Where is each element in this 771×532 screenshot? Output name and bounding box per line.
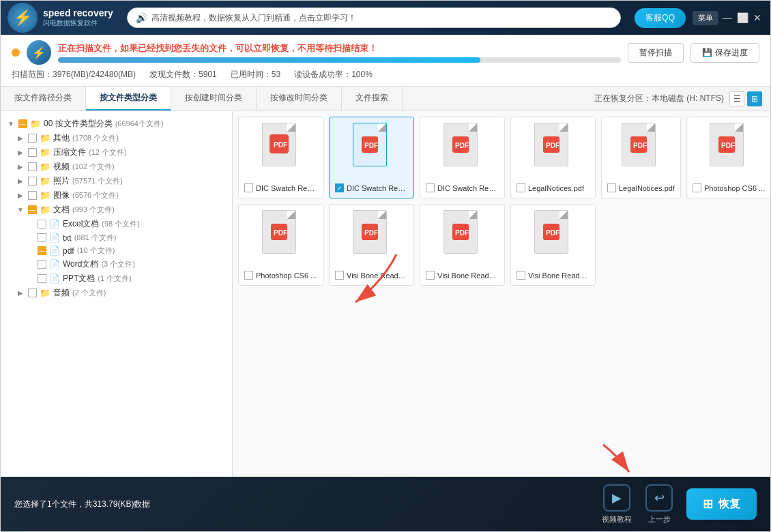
tree-item-photos[interactable]: ▶ 📁 照片 (57571 个文件) <box>3 174 229 188</box>
progress-bar-fill <box>58 57 480 63</box>
file-checkbox-ps6-1[interactable] <box>693 183 701 192</box>
tab-create-time[interactable]: 按创建时间分类 <box>171 87 257 110</box>
file-item-ps6-1[interactable]: PDF Photoshop CS6 ... <box>686 117 770 198</box>
file-name-ps6-2: Photoshop CS6 ... <box>256 271 317 280</box>
logo-text: speed recovery 闪电数据恢复软件 <box>43 8 113 29</box>
file-name-ps6-1: Photoshop CS6 ... <box>704 184 765 192</box>
tree-item-compress[interactable]: ▶ 📁 压缩文件 (12 个文件) <box>3 145 229 160</box>
video-tutorial-button[interactable]: ▶ 视频教程 <box>602 484 632 524</box>
file-item-dic2[interactable]: PDF ✓ DIC Swatch Read... <box>329 117 414 198</box>
recover-button[interactable]: ⊞ 恢复 <box>686 488 757 520</box>
pdf-icon: PDF <box>710 123 748 169</box>
svg-text:PDF: PDF <box>546 142 559 149</box>
scanning-text: 正在扫描文件，如果已经找到您丢失的文件，可以立即恢复，不用等待扫描结束！ <box>58 42 621 55</box>
file-name-dic3: DIC Swatch Read... <box>437 184 499 192</box>
tree-item-txt[interactable]: ▶ 📄 txt (881 个文件) <box>3 231 229 244</box>
grid-view-btn[interactable]: ⊞ <box>747 91 762 106</box>
tree-checkbox-docs[interactable]: — <box>28 205 37 214</box>
sidebar-tree: ▼ — 📁 00 按文件类型分类 (66964个文件) ▶ 📁 其他 (1708… <box>1 111 233 477</box>
folder-icon: 📁 <box>40 147 50 158</box>
scan-range: 扫描范围：3976(MB)/242480(MB) <box>12 69 136 80</box>
tree-checkbox-video[interactable] <box>28 162 37 171</box>
tree-checkbox-pdf[interactable]: — <box>38 246 46 255</box>
close-button[interactable]: ✕ <box>751 12 763 24</box>
minimize-button[interactable]: — <box>721 12 733 24</box>
main-window: ⚡ speed recovery 闪电数据恢复软件 🔊 高清视频教程，数据恢复从… <box>0 0 771 532</box>
file-checkbox-visi2[interactable] <box>426 271 435 280</box>
tree-item-video[interactable]: ▶ 📁 视频 (102 个文件) <box>3 160 229 174</box>
recover-icon: ⊞ <box>703 497 713 512</box>
file-checkbox-legal1[interactable] <box>517 183 525 192</box>
maximize-button[interactable]: ⬜ <box>736 12 748 24</box>
folder-icon: 📁 <box>40 205 50 215</box>
tree-checkbox-word[interactable] <box>38 260 46 269</box>
pdf-icon: PDF <box>443 210 482 256</box>
tree-checkbox-root[interactable]: — <box>18 119 27 128</box>
file-checkbox-dic3[interactable] <box>426 183 435 192</box>
save-progress-button[interactable]: 💾 保存进度 <box>690 43 759 63</box>
toggle-icon: ▶ <box>16 289 25 298</box>
tree-item-ppt[interactable]: ▶ 📄 PPT文档 (1 个文件) <box>3 271 229 286</box>
play-icon: ▶ <box>603 484 630 512</box>
file-item-legal2[interactable]: PDF LegalNotices.pdf <box>601 117 681 198</box>
tree-item-docs[interactable]: ▼ — 📁 文档 (993 个文件) <box>3 203 229 217</box>
tree-checkbox-images[interactable] <box>28 191 37 200</box>
bottom-actions: ▶ 视频教程 ↩ 上一步 ⊞ 恢复 <box>602 484 757 524</box>
tree-checkbox-ppt[interactable] <box>38 274 46 283</box>
tree-checkbox-excel[interactable] <box>38 220 46 228</box>
tree-item-images[interactable]: ▶ 📁 图像 (6576 个文件) <box>3 188 229 203</box>
file-item-visi2[interactable]: PDF Visi Bone ReadMe... <box>420 204 505 286</box>
menu-button[interactable]: 菜单 <box>693 11 718 25</box>
pause-button[interactable]: 暂停扫描 <box>628 43 684 63</box>
file-checkbox-visi3[interactable] <box>517 271 525 280</box>
file-checkbox-legal2[interactable] <box>607 183 616 192</box>
progress-top: ⚡ 正在扫描文件，如果已经找到您丢失的文件，可以立即恢复，不用等待扫描结束！ 暂… <box>12 40 759 65</box>
file-checkbox-dic2[interactable]: ✓ <box>335 183 344 192</box>
file-item-legal1[interactable]: PDF LegalNotices.pdf <box>510 117 596 198</box>
tab-bar: 按文件路径分类 按文件类型分类 按创建时间分类 按修改时间分类 文件搜索 正在恢… <box>1 87 770 111</box>
file-grid-area: PDF DIC Swatch Read... PDF <box>233 111 770 477</box>
folder-icon: 📁 <box>40 190 50 201</box>
pdf-body: PDF <box>353 210 387 254</box>
qq-button[interactable]: 客服QQ <box>635 8 686 28</box>
tab-right: 正在恢复分区：本地磁盘 (H: NTFS) ☰ ⊞ <box>586 87 770 110</box>
tab-path[interactable]: 按文件路径分类 <box>1 87 86 110</box>
tree-checkbox-photos[interactable] <box>28 177 37 186</box>
pdf-body: PDF <box>353 123 387 166</box>
tab-search[interactable]: 文件搜索 <box>342 87 403 110</box>
tree-checkbox-other[interactable] <box>28 134 37 143</box>
tree-checkbox-audio[interactable] <box>28 289 37 297</box>
file-name-dic1: DIC Swatch Read... <box>256 184 317 192</box>
file-item-dic3[interactable]: PDF DIC Swatch Read... <box>420 117 505 198</box>
tree-item-other[interactable]: ▶ 📁 其他 (1708 个文件) <box>3 131 229 145</box>
logo-icon: ⚡ <box>8 3 38 33</box>
file-checkbox-dic1[interactable] <box>244 183 253 192</box>
toggle-icon: ▶ <box>16 148 25 158</box>
file-checkbox-visi1[interactable] <box>335 271 344 280</box>
pdf-body: PDF <box>262 210 296 254</box>
file-check-row: ✓ DIC Swatch Read... <box>335 183 408 192</box>
app-name: speed recovery <box>43 8 113 19</box>
tree-item-word[interactable]: ▶ 📄 Word文档 (3 个文件) <box>3 257 229 271</box>
file-item-ps6-2[interactable]: PDF Photoshop CS6 ... <box>238 204 323 286</box>
tab-type[interactable]: 按文件类型分类 <box>86 87 171 110</box>
svg-text:PDF: PDF <box>721 142 735 149</box>
tree-item-pdf[interactable]: ▶ — 📄 pdf (10 个文件) <box>3 244 229 257</box>
read-success: 读设备成功率：100% <box>294 69 373 80</box>
tree-item-excel[interactable]: ▶ 📄 Excel文档 (98 个文件) <box>3 217 229 231</box>
search-bar[interactable]: 🔊 高清视频教程，数据恢复从入门到精通，点击立即学习！ <box>127 8 622 28</box>
file-item-visi3[interactable]: PDF Visi Bone ReadMe... <box>510 204 596 286</box>
toggle-icon: ▶ <box>16 191 25 201</box>
tree-checkbox-txt[interactable] <box>38 233 46 242</box>
tree-checkbox-compress[interactable] <box>28 148 37 157</box>
back-button[interactable]: ↩ 上一步 <box>645 484 673 524</box>
tree-item-audio[interactable]: ▶ 📁 音频 (2 个文件) <box>3 286 229 300</box>
back-label: 上一步 <box>648 514 671 524</box>
file-item-visi1[interactable]: PDF Visi Bone ReadMe... <box>329 204 414 286</box>
bottom-status: 您选择了1个文件，共313.79(KB)数据 <box>14 499 150 510</box>
file-item-dic1[interactable]: PDF DIC Swatch Read... <box>238 117 323 198</box>
list-view-btn[interactable]: ☰ <box>729 91 744 106</box>
tab-modify-time[interactable]: 按修改时间分类 <box>257 87 342 110</box>
file-checkbox-ps6-2[interactable] <box>244 271 253 280</box>
tree-item-root[interactable]: ▼ — 📁 00 按文件类型分类 (66964个文件) <box>3 117 229 131</box>
